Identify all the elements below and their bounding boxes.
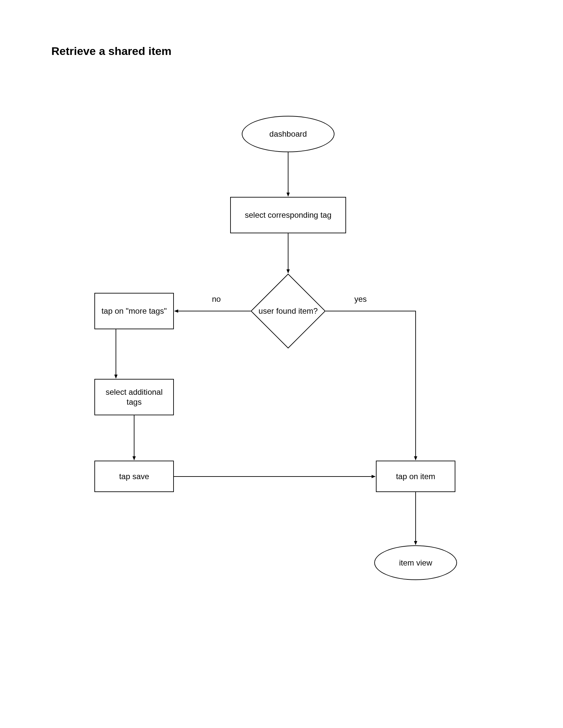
node-label: dashboard	[269, 129, 307, 139]
edge-label-no: no	[212, 295, 221, 304]
node-label: tap on item	[396, 472, 436, 481]
page-title: Retrieve a shared item	[51, 45, 171, 58]
terminator-item-view: item view	[374, 545, 457, 580]
node-label: user found item?	[258, 306, 318, 316]
edge-label-yes: yes	[354, 295, 367, 304]
process-more-tags: tap on "more tags"	[94, 293, 174, 329]
terminator-dashboard: dashboard	[242, 116, 335, 152]
edge-decision-yes	[326, 311, 416, 460]
process-additional-tags: select additional tags	[94, 379, 174, 415]
node-label: select additional tags	[98, 387, 170, 407]
arrows-layer	[0, 0, 563, 728]
node-label: select corresponding tag	[245, 210, 332, 220]
flowchart-page: Retrieve a shared item dashboard select …	[0, 0, 563, 728]
node-label: item view	[399, 558, 432, 568]
process-tap-item: tap on item	[376, 461, 455, 492]
node-label: tap save	[119, 472, 149, 481]
process-tap-save: tap save	[94, 461, 174, 492]
node-label: tap on "more tags"	[101, 306, 166, 316]
decision-found-item: user found item?	[261, 285, 315, 338]
process-select-tag: select corresponding tag	[230, 197, 346, 233]
